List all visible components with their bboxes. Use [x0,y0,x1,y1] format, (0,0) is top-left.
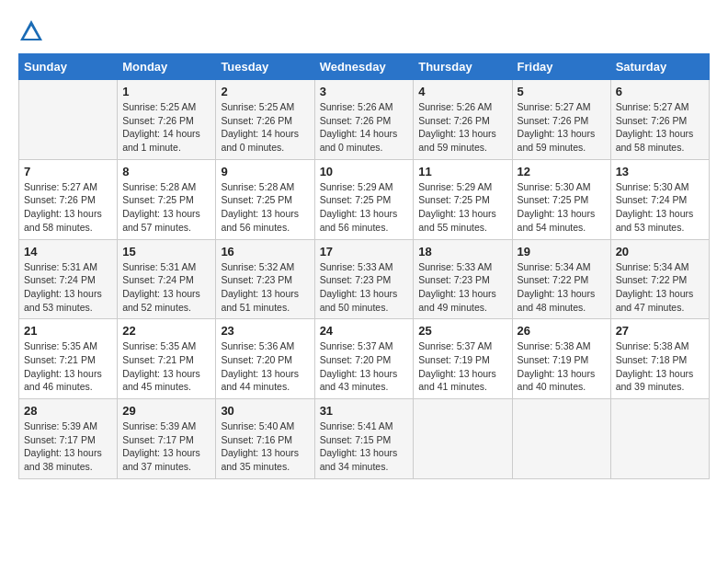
calendar-header-row: SundayMondayTuesdayWednesdayThursdayFrid… [19,54,710,80]
day-number: 29 [122,404,210,418]
calendar-cell: 12Sunrise: 5:30 AMSunset: 7:25 PMDayligh… [512,159,610,239]
day-number: 27 [616,324,704,338]
day-info: Sunrise: 5:29 AMSunset: 7:25 PMDaylight:… [418,180,506,235]
header-sunday: Sunday [19,54,118,80]
calendar-cell: 11Sunrise: 5:29 AMSunset: 7:25 PMDayligh… [414,159,512,239]
day-info: Sunrise: 5:40 AMSunset: 7:16 PMDaylight:… [221,419,309,474]
calendar-cell: 10Sunrise: 5:29 AMSunset: 7:25 PMDayligh… [314,159,414,239]
day-info: Sunrise: 5:37 AMSunset: 7:19 PMDaylight:… [418,339,506,394]
calendar-cell: 5Sunrise: 5:27 AMSunset: 7:26 PMDaylight… [512,80,610,160]
calendar-cell [19,80,118,160]
day-number: 6 [616,85,704,98]
day-number: 11 [418,165,506,178]
day-info: Sunrise: 5:25 AMSunset: 7:26 PMDaylight:… [221,100,309,155]
calendar-week-row: 28Sunrise: 5:39 AMSunset: 7:17 PMDayligh… [19,399,710,479]
day-info: Sunrise: 5:31 AMSunset: 7:24 PMDaylight:… [24,260,112,315]
calendar-cell: 21Sunrise: 5:35 AMSunset: 7:21 PMDayligh… [19,319,118,399]
day-info: Sunrise: 5:35 AMSunset: 7:21 PMDaylight:… [122,339,210,394]
header-wednesday: Wednesday [314,54,414,80]
calendar-cell: 25Sunrise: 5:37 AMSunset: 7:19 PMDayligh… [414,319,512,399]
calendar-week-row: 14Sunrise: 5:31 AMSunset: 7:24 PMDayligh… [19,239,710,319]
day-info: Sunrise: 5:33 AMSunset: 7:23 PMDaylight:… [320,260,409,315]
day-info: Sunrise: 5:32 AMSunset: 7:23 PMDaylight:… [221,260,309,315]
calendar-week-row: 7Sunrise: 5:27 AMSunset: 7:26 PMDaylight… [19,159,710,239]
day-number: 14 [24,245,112,259]
calendar-cell [414,399,512,479]
day-info: Sunrise: 5:27 AMSunset: 7:26 PMDaylight:… [518,100,606,155]
day-number: 17 [320,245,409,259]
day-number: 2 [221,85,309,98]
day-number: 24 [320,324,409,338]
day-number: 21 [24,324,112,338]
calendar-cell: 9Sunrise: 5:28 AMSunset: 7:25 PMDaylight… [216,159,314,239]
header-thursday: Thursday [414,54,512,80]
day-info: Sunrise: 5:26 AMSunset: 7:26 PMDaylight:… [418,100,506,155]
calendar-cell: 31Sunrise: 5:41 AMSunset: 7:15 PMDayligh… [314,399,414,479]
day-info: Sunrise: 5:30 AMSunset: 7:25 PMDaylight:… [518,180,606,235]
day-info: Sunrise: 5:34 AMSunset: 7:22 PMDaylight:… [616,260,704,315]
calendar-cell: 18Sunrise: 5:33 AMSunset: 7:23 PMDayligh… [414,239,512,319]
calendar-cell: 22Sunrise: 5:35 AMSunset: 7:21 PMDayligh… [118,319,216,399]
calendar-cell: 28Sunrise: 5:39 AMSunset: 7:17 PMDayligh… [19,399,118,479]
day-number: 1 [122,85,210,98]
calendar-cell: 7Sunrise: 5:27 AMSunset: 7:26 PMDaylight… [19,159,118,239]
day-number: 25 [418,324,506,338]
day-info: Sunrise: 5:41 AMSunset: 7:15 PMDaylight:… [320,419,409,474]
day-info: Sunrise: 5:36 AMSunset: 7:20 PMDaylight:… [221,339,309,394]
day-number: 8 [122,165,210,178]
calendar-cell: 8Sunrise: 5:28 AMSunset: 7:25 PMDaylight… [118,159,216,239]
day-number: 23 [221,324,309,338]
day-number: 30 [221,404,309,418]
logo [18,18,48,44]
day-number: 31 [320,404,409,418]
calendar-cell: 27Sunrise: 5:38 AMSunset: 7:18 PMDayligh… [610,319,709,399]
header-friday: Friday [512,54,610,80]
day-info: Sunrise: 5:25 AMSunset: 7:26 PMDaylight:… [122,100,210,155]
calendar-week-row: 21Sunrise: 5:35 AMSunset: 7:21 PMDayligh… [19,319,710,399]
day-number: 10 [320,165,409,178]
calendar-cell: 20Sunrise: 5:34 AMSunset: 7:22 PMDayligh… [610,239,709,319]
day-info: Sunrise: 5:28 AMSunset: 7:25 PMDaylight:… [221,180,309,235]
day-info: Sunrise: 5:26 AMSunset: 7:26 PMDaylight:… [320,100,409,155]
day-info: Sunrise: 5:39 AMSunset: 7:17 PMDaylight:… [122,419,210,474]
calendar-cell: 1Sunrise: 5:25 AMSunset: 7:26 PMDaylight… [118,80,216,160]
day-number: 3 [320,85,409,98]
day-number: 22 [122,324,210,338]
calendar-cell: 16Sunrise: 5:32 AMSunset: 7:23 PMDayligh… [216,239,314,319]
day-number: 26 [518,324,606,338]
day-info: Sunrise: 5:30 AMSunset: 7:24 PMDaylight:… [616,180,704,235]
day-info: Sunrise: 5:34 AMSunset: 7:22 PMDaylight:… [518,260,606,315]
day-number: 16 [221,245,309,259]
calendar-cell: 4Sunrise: 5:26 AMSunset: 7:26 PMDaylight… [414,80,512,160]
header-saturday: Saturday [610,54,709,80]
calendar-cell: 6Sunrise: 5:27 AMSunset: 7:26 PMDaylight… [610,80,709,160]
day-info: Sunrise: 5:27 AMSunset: 7:26 PMDaylight:… [24,180,112,235]
header-tuesday: Tuesday [216,54,314,80]
day-number: 18 [418,245,506,259]
calendar-cell: 17Sunrise: 5:33 AMSunset: 7:23 PMDayligh… [314,239,414,319]
day-info: Sunrise: 5:27 AMSunset: 7:26 PMDaylight:… [616,100,704,155]
day-number: 9 [221,165,309,178]
day-info: Sunrise: 5:31 AMSunset: 7:24 PMDaylight:… [122,260,210,315]
day-number: 28 [24,404,112,418]
calendar-cell: 23Sunrise: 5:36 AMSunset: 7:20 PMDayligh… [216,319,314,399]
day-info: Sunrise: 5:37 AMSunset: 7:20 PMDaylight:… [320,339,409,394]
calendar-cell: 29Sunrise: 5:39 AMSunset: 7:17 PMDayligh… [118,399,216,479]
calendar-cell: 19Sunrise: 5:34 AMSunset: 7:22 PMDayligh… [512,239,610,319]
day-number: 20 [616,245,704,259]
day-number: 15 [122,245,210,259]
calendar-cell: 13Sunrise: 5:30 AMSunset: 7:24 PMDayligh… [610,159,709,239]
calendar-cell [610,399,709,479]
calendar-week-row: 1Sunrise: 5:25 AMSunset: 7:26 PMDaylight… [19,80,710,160]
calendar-cell: 3Sunrise: 5:26 AMSunset: 7:26 PMDaylight… [314,80,414,160]
calendar-cell: 26Sunrise: 5:38 AMSunset: 7:19 PMDayligh… [512,319,610,399]
day-number: 5 [518,85,606,98]
calendar-table: SundayMondayTuesdayWednesdayThursdayFrid… [18,53,710,479]
calendar-cell: 15Sunrise: 5:31 AMSunset: 7:24 PMDayligh… [118,239,216,319]
day-number: 7 [24,165,112,178]
calendar-cell: 24Sunrise: 5:37 AMSunset: 7:20 PMDayligh… [314,319,414,399]
page-header [18,18,710,44]
calendar-cell [512,399,610,479]
day-info: Sunrise: 5:33 AMSunset: 7:23 PMDaylight:… [418,260,506,315]
day-number: 4 [418,85,506,98]
